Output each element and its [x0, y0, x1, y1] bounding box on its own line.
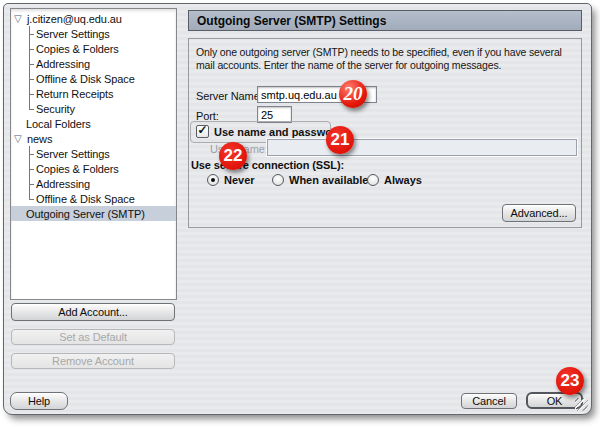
radio-when-available-label: When available [289, 174, 368, 186]
radio-always[interactable] [367, 174, 379, 186]
sidebar-item-label: j.citizen@uq.edu.au [27, 13, 122, 25]
smtp-description: Only one outgoing server (SMTP) needs to… [196, 46, 578, 72]
use-name-password-label: Use name and password [214, 126, 343, 138]
sidebar-item-label: Outgoing Server (SMTP) [26, 208, 145, 220]
sidebar-item-server-settings[interactable]: Server Settings [11, 26, 176, 41]
sidebar-item-label: Server Settings [36, 148, 110, 160]
sidebar-item-label: Copies & Folders [36, 163, 119, 175]
sidebar-item-label: Local Folders [26, 118, 91, 130]
panel-title: Outgoing Server (SMTP) Settings [188, 10, 582, 31]
account-settings-dialog: ▽ j.citizen@uq.edu.au Server Settings Co… [3, 3, 592, 415]
sidebar-item-account-root[interactable]: ▽ j.citizen@uq.edu.au [11, 11, 176, 26]
sidebar-item-news-copies-folders[interactable]: Copies & Folders [11, 161, 176, 176]
sidebar-item-outgoing-server[interactable]: Outgoing Server (SMTP) [11, 206, 176, 221]
annotation-badge-22: 22 [219, 142, 247, 170]
annotation-badge-20: 20 [339, 80, 367, 108]
ssl-label: Use secure connection (SSL): [191, 159, 344, 171]
sidebar-item-news-root[interactable]: ▽ news [11, 131, 176, 146]
sidebar-item-return-receipts[interactable]: Return Receipts [11, 86, 176, 101]
user-name-input [267, 139, 577, 156]
sidebar-item-security[interactable]: Security [11, 101, 176, 116]
sidebar-item-label: Security [36, 103, 75, 115]
sidebar-item-offline-disk-space[interactable]: Offline & Disk Space [11, 71, 176, 86]
checkmark-icon: ✓ [197, 125, 207, 136]
smtp-settings-group: Only one outgoing server (SMTP) needs to… [188, 38, 582, 228]
sidebar-item-label: Addressing [36, 58, 90, 70]
help-button[interactable]: Help [10, 392, 68, 410]
ssl-radio-group: Never When available Always [189, 174, 581, 190]
twisty-down-icon[interactable]: ▽ [14, 134, 27, 144]
cancel-button[interactable]: Cancel [461, 393, 517, 409]
advanced-button[interactable]: Advanced... [502, 204, 576, 222]
twisty-down-icon[interactable]: ▽ [14, 14, 27, 24]
sidebar-item-label: news [27, 133, 52, 145]
annotation-badge-21: 21 [326, 126, 354, 154]
sidebar-item-label: Copies & Folders [36, 43, 119, 55]
sidebar-item-local-folders[interactable]: Local Folders [11, 116, 176, 131]
annotation-badge-23: 23 [556, 367, 584, 395]
sidebar-item-news-offline-disk-space[interactable]: Offline & Disk Space [11, 191, 176, 206]
use-name-password-checkbox[interactable]: ✓ [196, 125, 209, 138]
radio-never[interactable] [207, 174, 219, 186]
sidebar-item-label: Offline & Disk Space [36, 193, 135, 205]
add-account-button[interactable]: Add Account... [11, 303, 175, 321]
sidebar-item-news-addressing[interactable]: Addressing [11, 176, 176, 191]
resize-grip[interactable] [575, 398, 588, 411]
screenshot-stage: ▽ j.citizen@uq.edu.au Server Settings Co… [0, 0, 600, 429]
sidebar-item-copies-folders[interactable]: Copies & Folders [11, 41, 176, 56]
account-tree: ▽ j.citizen@uq.edu.au Server Settings Co… [10, 8, 177, 300]
sidebar-item-label: Offline & Disk Space [36, 73, 135, 85]
sidebar-item-news-server-settings[interactable]: Server Settings [11, 146, 176, 161]
sidebar-item-label: Addressing [36, 178, 90, 190]
set-as-default-button: Set as Default [11, 329, 175, 345]
radio-never-label: Never [224, 174, 255, 186]
sidebar-item-label: Server Settings [36, 28, 110, 40]
sidebar-item-addressing[interactable]: Addressing [11, 56, 176, 71]
server-name-label: Server Name: [196, 90, 263, 102]
radio-when-available[interactable] [272, 174, 284, 186]
sidebar-item-label: Return Receipts [36, 88, 113, 100]
radio-always-label: Always [384, 174, 422, 186]
remove-account-button: Remove Account [11, 353, 175, 369]
